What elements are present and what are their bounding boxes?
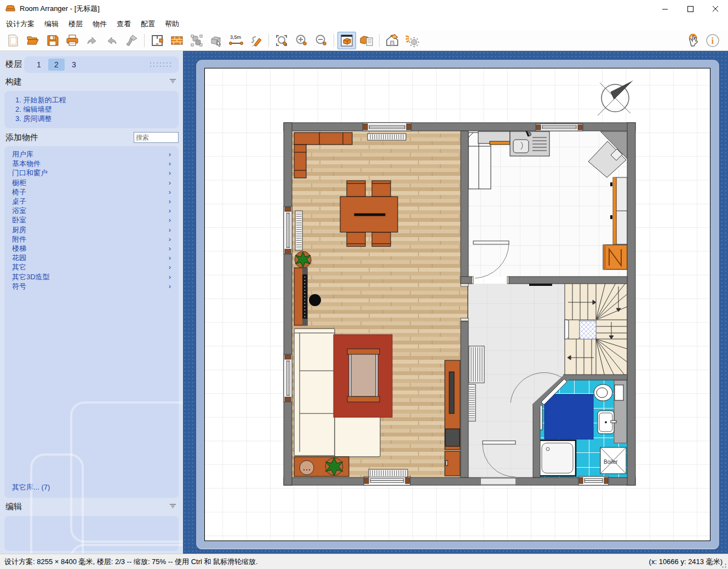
window-left-upper[interactable] (284, 206, 292, 254)
category-bedroom[interactable]: 卧室 (4, 215, 179, 225)
fridge[interactable] (603, 245, 627, 269)
drawing-canvas[interactable]: Boiler (183, 51, 728, 554)
radiator-bottom[interactable] (369, 469, 408, 477)
view-3d-button[interactable] (337, 32, 356, 49)
category-cabinets[interactable]: 橱柜 (4, 178, 179, 187)
floor-button-2[interactable]: 2 (48, 59, 65, 71)
bath-mat[interactable] (544, 394, 593, 439)
dining-chair[interactable] (347, 232, 365, 246)
staircase[interactable] (565, 283, 627, 376)
dining-chair[interactable] (347, 181, 365, 197)
menu-view[interactable]: 查看 (112, 18, 136, 31)
window-top-living[interactable] (363, 123, 411, 131)
category-user-library[interactable]: 用户库 (4, 150, 179, 159)
radiator-left[interactable] (295, 211, 302, 250)
menu-help[interactable]: 帮助 (160, 18, 184, 31)
menu-config[interactable]: 配置 (136, 18, 160, 31)
side-table[interactable] (309, 294, 321, 306)
save-button[interactable] (43, 32, 62, 49)
category-doors-windows[interactable]: 门口和窗户 (4, 168, 179, 177)
floor-plan-svg[interactable]: Boiler (205, 68, 710, 541)
menu-edit[interactable]: 编辑 (39, 18, 64, 31)
coffee-table[interactable] (347, 349, 380, 402)
kitchen-wall[interactable] (461, 277, 472, 284)
menu-floor[interactable]: 楼层 (64, 18, 88, 31)
print-button[interactable] (63, 32, 82, 49)
category-other-3d[interactable]: 其它3D造型 (4, 272, 179, 281)
collapse-filter-icon[interactable] (169, 504, 176, 510)
close-button[interactable] (703, 0, 728, 18)
menu-design[interactable]: 设计方案 (1, 18, 39, 31)
boiler[interactable]: Boiler (600, 447, 626, 474)
category-basic-objects[interactable]: 基本物件 (4, 159, 179, 168)
potted-plant[interactable] (295, 251, 311, 268)
interior-wall[interactable] (461, 131, 468, 284)
hall-radiator[interactable] (469, 346, 484, 383)
walkthrough-3d-button[interactable]: 3D (383, 32, 402, 49)
undo-button[interactable] (83, 32, 101, 49)
build-step-new-project[interactable]: 1. 开始新的工程 (15, 95, 179, 105)
bathroom-wall[interactable] (564, 375, 627, 380)
tv-cabinet[interactable] (445, 360, 460, 476)
kitchen-wall[interactable] (509, 277, 627, 284)
kitchen-wall-cabinets[interactable] (610, 177, 627, 244)
bathroom-wall[interactable] (533, 405, 540, 478)
sideboard[interactable] (294, 457, 349, 476)
compass-icon[interactable] (598, 81, 633, 116)
window-bottom-living[interactable] (364, 476, 410, 485)
window-top-kitchen[interactable] (536, 124, 583, 131)
build-step-adjust-rooms[interactable]: 3. 房间调整 (15, 114, 179, 123)
category-chairs[interactable]: 椅子 (4, 187, 179, 197)
dining-chair[interactable] (372, 181, 391, 197)
category-stairs[interactable]: 楼梯 (4, 244, 179, 253)
category-other[interactable]: 其它 (4, 262, 179, 272)
kitchen-counter[interactable] (478, 131, 510, 145)
zoom-out-button[interactable] (312, 32, 330, 49)
collapse-filter-icon[interactable] (169, 79, 176, 85)
window-left-lower[interactable] (284, 354, 292, 402)
hall-radiator-small[interactable] (468, 384, 475, 421)
select-objects-button[interactable] (187, 32, 206, 49)
panel-grip[interactable] (149, 61, 171, 68)
radiator-top[interactable] (368, 134, 406, 140)
dining-chair[interactable] (372, 232, 391, 246)
floor-button-1[interactable]: 1 (31, 59, 47, 71)
table-lamp[interactable] (300, 461, 314, 475)
search-input[interactable] (134, 132, 179, 143)
zoom-to-fit-button[interactable] (272, 32, 291, 49)
maximize-button[interactable] (678, 0, 703, 18)
window-bottom-bathroom[interactable] (578, 476, 609, 485)
category-kitchen[interactable]: 厨房 (4, 225, 179, 234)
render-settings-button[interactable] (403, 32, 421, 49)
about-info-button[interactable]: i (703, 32, 722, 49)
build-step-edit-walls[interactable]: 2. 编辑墙壁 (15, 105, 179, 114)
bathroom-sink[interactable] (598, 411, 616, 434)
redo-button[interactable] (102, 32, 121, 49)
category-accessories[interactable]: 附件 (4, 234, 179, 244)
zoom-in-button[interactable] (292, 32, 311, 49)
other-libraries-link[interactable]: 其它库... (7) (4, 482, 179, 498)
shower-tray[interactable] (539, 440, 576, 476)
format-brush-button[interactable] (122, 32, 141, 49)
minimize-button[interactable] (652, 0, 678, 18)
category-garden[interactable]: 花园 (4, 253, 179, 262)
plan-page[interactable]: Boiler (204, 68, 710, 541)
insert-object-button[interactable] (207, 32, 226, 49)
measure-button[interactable]: 3,5m (227, 32, 245, 49)
floor-button-3[interactable]: 3 (66, 59, 82, 71)
draw-walls-button[interactable] (247, 32, 265, 49)
interior-wall[interactable] (461, 321, 468, 478)
kitchen-sink[interactable] (510, 130, 549, 156)
category-symbols[interactable]: 符号 (4, 281, 179, 291)
menu-object[interactable]: 物件 (88, 18, 112, 31)
category-bathroom[interactable]: 浴室 (4, 206, 179, 215)
new-project-button[interactable] (4, 32, 22, 49)
wall-tool-button[interactable] (168, 32, 186, 49)
edit-rooms-button[interactable] (148, 32, 167, 49)
category-tables[interactable]: 桌子 (4, 197, 179, 206)
open-project-button[interactable] (24, 32, 42, 49)
object-list-button[interactable] (357, 32, 376, 49)
pan-hand-button[interactable] (684, 32, 702, 49)
bookshelf[interactable] (294, 268, 307, 325)
toilet[interactable] (594, 384, 623, 401)
